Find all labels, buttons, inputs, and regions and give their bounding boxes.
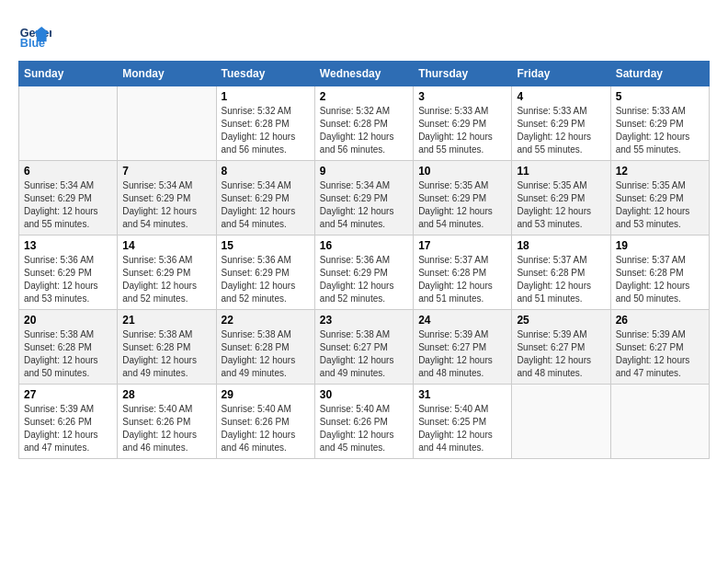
calendar-cell: 22Sunrise: 5:38 AM Sunset: 6:28 PM Dayli… <box>216 310 314 385</box>
day-info: Sunrise: 5:36 AM Sunset: 6:29 PM Dayligh… <box>24 254 112 305</box>
day-number: 19 <box>616 239 704 252</box>
day-number: 15 <box>222 239 310 252</box>
calendar-cell: 1Sunrise: 5:32 AM Sunset: 6:28 PM Daylig… <box>216 86 314 161</box>
weekday-header-saturday: Saturday <box>610 62 709 86</box>
day-number: 28 <box>122 388 210 401</box>
calendar-cell: 30Sunrise: 5:40 AM Sunset: 6:26 PM Dayli… <box>314 385 413 459</box>
calendar-cell <box>610 385 709 459</box>
day-info: Sunrise: 5:39 AM Sunset: 6:27 PM Dayligh… <box>517 328 605 380</box>
calendar-cell: 23Sunrise: 5:38 AM Sunset: 6:27 PM Dayli… <box>314 310 413 385</box>
calendar-cell <box>19 86 118 161</box>
calendar-cell: 17Sunrise: 5:37 AM Sunset: 6:28 PM Dayli… <box>414 236 512 310</box>
calendar-cell: 11Sunrise: 5:35 AM Sunset: 6:29 PM Dayli… <box>512 161 610 236</box>
calendar-cell: 19Sunrise: 5:37 AM Sunset: 6:28 PM Dayli… <box>610 236 709 310</box>
day-number: 31 <box>418 388 506 401</box>
day-number: 30 <box>320 388 408 401</box>
day-info: Sunrise: 5:35 AM Sunset: 6:29 PM Dayligh… <box>616 179 704 231</box>
day-info: Sunrise: 5:33 AM Sunset: 6:29 PM Dayligh… <box>418 105 506 156</box>
calendar-cell: 29Sunrise: 5:40 AM Sunset: 6:26 PM Dayli… <box>216 385 314 459</box>
week-row-1: 1Sunrise: 5:32 AM Sunset: 6:28 PM Daylig… <box>19 86 710 161</box>
day-info: Sunrise: 5:38 AM Sunset: 6:28 PM Dayligh… <box>222 328 310 380</box>
page-header: General Blue <box>18 18 710 52</box>
calendar-cell: 20Sunrise: 5:38 AM Sunset: 6:28 PM Dayli… <box>19 310 118 385</box>
day-number: 25 <box>517 314 605 327</box>
day-number: 11 <box>517 165 605 178</box>
day-number: 6 <box>24 165 112 178</box>
calendar-cell: 28Sunrise: 5:40 AM Sunset: 6:26 PM Dayli… <box>118 385 216 459</box>
day-number: 3 <box>418 90 506 103</box>
day-info: Sunrise: 5:37 AM Sunset: 6:28 PM Dayligh… <box>418 254 506 305</box>
calendar-cell <box>118 86 216 161</box>
day-info: Sunrise: 5:38 AM Sunset: 6:27 PM Dayligh… <box>320 328 408 380</box>
calendar-cell: 24Sunrise: 5:39 AM Sunset: 6:27 PM Dayli… <box>414 310 512 385</box>
day-info: Sunrise: 5:36 AM Sunset: 6:29 PM Dayligh… <box>222 254 310 305</box>
day-number: 22 <box>222 314 310 327</box>
day-number: 21 <box>122 314 210 327</box>
calendar-cell <box>512 385 610 459</box>
day-number: 17 <box>418 239 506 252</box>
day-info: Sunrise: 5:34 AM Sunset: 6:29 PM Dayligh… <box>222 179 310 231</box>
calendar-cell: 27Sunrise: 5:39 AM Sunset: 6:26 PM Dayli… <box>19 385 118 459</box>
day-info: Sunrise: 5:39 AM Sunset: 6:27 PM Dayligh… <box>418 328 506 380</box>
weekday-header-row: SundayMondayTuesdayWednesdayThursdayFrid… <box>19 62 710 86</box>
day-number: 16 <box>320 239 408 252</box>
logo-icon: General Blue <box>18 18 51 52</box>
day-info: Sunrise: 5:40 AM Sunset: 6:26 PM Dayligh… <box>122 403 210 454</box>
calendar-cell: 6Sunrise: 5:34 AM Sunset: 6:29 PM Daylig… <box>19 161 118 236</box>
calendar-cell: 9Sunrise: 5:34 AM Sunset: 6:29 PM Daylig… <box>314 161 413 236</box>
day-number: 7 <box>122 165 210 178</box>
calendar-cell: 3Sunrise: 5:33 AM Sunset: 6:29 PM Daylig… <box>414 86 512 161</box>
day-number: 12 <box>616 165 704 178</box>
day-info: Sunrise: 5:32 AM Sunset: 6:28 PM Dayligh… <box>320 105 408 156</box>
calendar-cell: 16Sunrise: 5:36 AM Sunset: 6:29 PM Dayli… <box>314 236 413 310</box>
day-info: Sunrise: 5:40 AM Sunset: 6:26 PM Dayligh… <box>222 403 310 454</box>
weekday-header-thursday: Thursday <box>414 62 512 86</box>
day-info: Sunrise: 5:35 AM Sunset: 6:29 PM Dayligh… <box>517 179 605 231</box>
day-number: 24 <box>418 314 506 327</box>
week-row-2: 6Sunrise: 5:34 AM Sunset: 6:29 PM Daylig… <box>19 161 710 236</box>
day-number: 18 <box>517 239 605 252</box>
day-number: 29 <box>222 388 310 401</box>
calendar-cell: 13Sunrise: 5:36 AM Sunset: 6:29 PM Dayli… <box>19 236 118 310</box>
day-info: Sunrise: 5:36 AM Sunset: 6:29 PM Dayligh… <box>122 254 210 305</box>
weekday-header-sunday: Sunday <box>19 62 118 86</box>
calendar-cell: 5Sunrise: 5:33 AM Sunset: 6:29 PM Daylig… <box>610 86 709 161</box>
calendar-table: SundayMondayTuesdayWednesdayThursdayFrid… <box>18 61 710 459</box>
day-info: Sunrise: 5:40 AM Sunset: 6:25 PM Dayligh… <box>418 403 506 454</box>
weekday-header-friday: Friday <box>512 62 610 86</box>
calendar-cell: 2Sunrise: 5:32 AM Sunset: 6:28 PM Daylig… <box>314 86 413 161</box>
week-row-4: 20Sunrise: 5:38 AM Sunset: 6:28 PM Dayli… <box>19 310 710 385</box>
day-number: 20 <box>24 314 112 327</box>
week-row-5: 27Sunrise: 5:39 AM Sunset: 6:26 PM Dayli… <box>19 385 710 459</box>
day-number: 1 <box>222 90 310 103</box>
day-info: Sunrise: 5:34 AM Sunset: 6:29 PM Dayligh… <box>320 179 408 231</box>
day-number: 4 <box>517 90 605 103</box>
day-number: 10 <box>418 165 506 178</box>
day-number: 9 <box>320 165 408 178</box>
day-number: 27 <box>24 388 112 401</box>
calendar-cell: 12Sunrise: 5:35 AM Sunset: 6:29 PM Dayli… <box>610 161 709 236</box>
calendar-cell: 21Sunrise: 5:38 AM Sunset: 6:28 PM Dayli… <box>118 310 216 385</box>
day-number: 14 <box>122 239 210 252</box>
day-info: Sunrise: 5:37 AM Sunset: 6:28 PM Dayligh… <box>517 254 605 305</box>
day-info: Sunrise: 5:33 AM Sunset: 6:29 PM Dayligh… <box>517 105 605 156</box>
week-row-3: 13Sunrise: 5:36 AM Sunset: 6:29 PM Dayli… <box>19 236 710 310</box>
day-info: Sunrise: 5:39 AM Sunset: 6:27 PM Dayligh… <box>616 328 704 380</box>
weekday-header-wednesday: Wednesday <box>314 62 413 86</box>
day-number: 5 <box>616 90 704 103</box>
day-number: 23 <box>320 314 408 327</box>
calendar-cell: 15Sunrise: 5:36 AM Sunset: 6:29 PM Dayli… <box>216 236 314 310</box>
day-info: Sunrise: 5:38 AM Sunset: 6:28 PM Dayligh… <box>24 328 112 380</box>
day-info: Sunrise: 5:40 AM Sunset: 6:26 PM Dayligh… <box>320 403 408 454</box>
day-info: Sunrise: 5:32 AM Sunset: 6:28 PM Dayligh… <box>222 105 310 156</box>
calendar-cell: 7Sunrise: 5:34 AM Sunset: 6:29 PM Daylig… <box>118 161 216 236</box>
day-info: Sunrise: 5:34 AM Sunset: 6:29 PM Dayligh… <box>122 179 210 231</box>
calendar-cell: 26Sunrise: 5:39 AM Sunset: 6:27 PM Dayli… <box>610 310 709 385</box>
day-info: Sunrise: 5:38 AM Sunset: 6:28 PM Dayligh… <box>122 328 210 380</box>
weekday-header-monday: Monday <box>118 62 216 86</box>
weekday-header-tuesday: Tuesday <box>216 62 314 86</box>
day-info: Sunrise: 5:35 AM Sunset: 6:29 PM Dayligh… <box>418 179 506 231</box>
calendar-cell: 4Sunrise: 5:33 AM Sunset: 6:29 PM Daylig… <box>512 86 610 161</box>
day-number: 13 <box>24 239 112 252</box>
calendar-cell: 8Sunrise: 5:34 AM Sunset: 6:29 PM Daylig… <box>216 161 314 236</box>
